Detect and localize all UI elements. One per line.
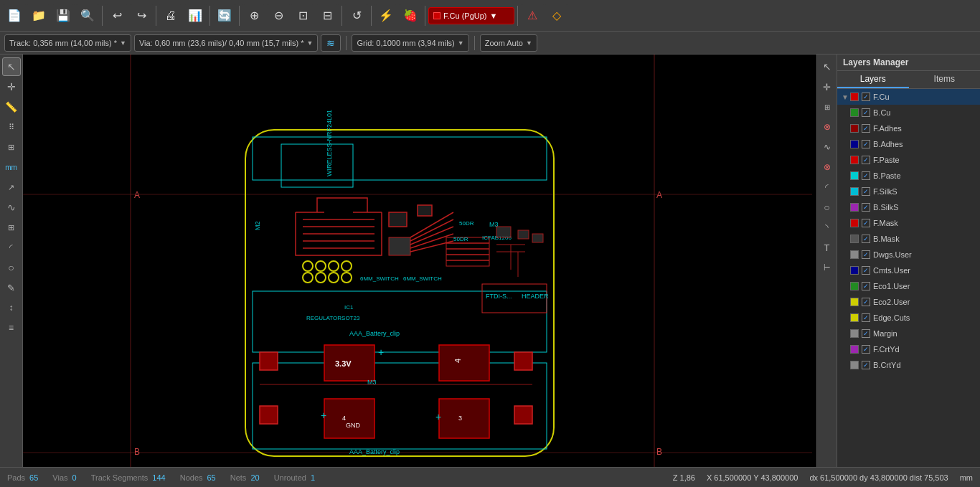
plot-button[interactable]: 📊 <box>184 4 207 27</box>
layer-visibility-checkbox[interactable] <box>862 108 870 117</box>
grid-dots-tool[interactable]: ⠿ <box>2 118 21 136</box>
arc-tool[interactable]: ◜ <box>2 238 21 257</box>
layer-name-text: Dwgs.User <box>873 250 912 259</box>
layer-visibility-checkbox[interactable] <box>862 156 870 164</box>
layer-visibility-checkbox[interactable] <box>862 187 870 196</box>
layer-item[interactable]: Eco2.User <box>837 294 980 310</box>
grid-dropdown-arrow: ▼ <box>458 39 464 47</box>
rt-pointer[interactable]: ↖ <box>818 57 837 76</box>
rt-circle[interactable]: ○ <box>818 198 837 217</box>
pads-value: 65 <box>29 473 38 482</box>
interactive-router-btn[interactable]: ≋ <box>321 34 341 52</box>
layer-item[interactable]: Eco1.User <box>837 278 980 294</box>
layer-item[interactable]: F.Adhes <box>837 120 980 136</box>
via-selector[interactable]: Via: 0,60 mm (23,6 mils)/ 0,40 mm (15,7 … <box>134 34 319 52</box>
track-selector[interactable]: Track: 0,356 mm (14,00 mils) * ▼ <box>4 34 131 52</box>
layer-item[interactable]: Dwgs.User <box>837 247 980 263</box>
layer-visibility-checkbox[interactable] <box>862 93 870 101</box>
tab-layers[interactable]: Layers <box>837 71 909 88</box>
layer-visibility-checkbox[interactable] <box>862 219 870 227</box>
layer-visibility-checkbox[interactable] <box>862 250 870 259</box>
layer-item[interactable]: F.SilkS <box>837 184 980 199</box>
rt-route2[interactable]: ⊗ <box>818 158 837 176</box>
rt-expand[interactable]: ✛ <box>818 77 837 96</box>
zoom-selector[interactable]: Zoom Auto ▼ <box>480 34 537 52</box>
layer-name-text: B.Paste <box>873 171 901 180</box>
component-tool[interactable]: ⊞ <box>2 218 21 237</box>
layer-item[interactable]: B.Adhes <box>837 136 980 152</box>
layer-item[interactable]: Edge.Cuts <box>837 310 980 326</box>
zoom-in-button[interactable]: ⊕ <box>242 4 265 27</box>
layer-visibility-checkbox[interactable] <box>862 298 870 306</box>
layer-visibility-checkbox[interactable] <box>862 203 870 212</box>
rt-route[interactable]: ∿ <box>818 138 837 156</box>
rt-arc2[interactable]: ◝ <box>818 218 837 237</box>
route-track-tool[interactable]: ∿ <box>2 198 21 217</box>
layer-visibility-checkbox[interactable] <box>862 282 870 290</box>
layer-visibility-checkbox[interactable] <box>862 266 870 275</box>
ratsnest-button[interactable]: 🍓 <box>399 4 422 27</box>
zoom-out-button[interactable]: ⊖ <box>267 4 290 27</box>
measure-tool[interactable]: 📏 <box>2 98 21 116</box>
cursor-tool[interactable]: ↖ <box>2 57 21 76</box>
layer-visibility-checkbox[interactable] <box>862 329 870 338</box>
svg-rect-66 <box>514 352 532 370</box>
zoom-area-button[interactable]: ⊟ <box>316 4 339 27</box>
open-button[interactable]: 📁 <box>27 4 50 27</box>
svg-text:+: + <box>435 411 441 422</box>
rt-dim[interactable]: ⊢ <box>818 258 837 277</box>
pcb-canvas-area[interactable]: A B A B WIRELESS-NRF24L01 M2 M3 <box>23 55 816 467</box>
layer-name-text: B.Mask <box>873 235 900 243</box>
new-button[interactable]: 📄 <box>3 4 26 27</box>
layer-selector[interactable]: F.Cu (PgUp) ▼ <box>428 7 514 24</box>
board-setup-button[interactable]: ◇ <box>545 4 568 27</box>
add-tool[interactable]: ✛ <box>2 77 21 96</box>
unit-tool[interactable]: mm <box>2 158 21 176</box>
inspect-button[interactable]: 🔍 <box>76 4 99 27</box>
layer-item[interactable]: F.Paste <box>837 152 980 168</box>
status-bar: Pads 65 Vias 0 Track Segments 144 Nodes … <box>0 467 980 487</box>
layers-list[interactable]: ▼F.CuB.CuF.AdhesB.AdhesF.PasteB.PasteF.S… <box>837 89 980 467</box>
layer-visibility-checkbox[interactable] <box>862 235 870 243</box>
rt-arc[interactable]: ◜ <box>818 178 837 197</box>
reload-button[interactable]: 🔄 <box>213 4 236 27</box>
layer-visibility-checkbox[interactable] <box>862 361 870 369</box>
pad-tool[interactable]: ⊞ <box>2 138 21 156</box>
rt-footprint[interactable]: ⊞ <box>818 98 837 116</box>
layer-visibility-checkbox[interactable] <box>862 313 870 322</box>
layer-item[interactable]: F.Mask <box>837 215 980 231</box>
redo-button[interactable]: ↪ <box>130 4 153 27</box>
track-segments-label: Track Segments <box>91 473 149 482</box>
refresh-button[interactable]: ↺ <box>345 4 368 27</box>
layer-name-text: Cmts.User <box>873 266 910 275</box>
coordinates-display: Z 1,86 X 61,500000 Y 43,800000 dx 61,500… <box>673 473 973 482</box>
rt-text[interactable]: T <box>818 238 837 257</box>
print-button[interactable]: 🖨 <box>159 4 182 27</box>
layer-item[interactable]: Cmts.User <box>837 263 980 278</box>
drc-button[interactable]: ⚠ <box>521 4 544 27</box>
netlist-button[interactable]: ⚡ <box>374 4 397 27</box>
edit-tool[interactable]: ✎ <box>2 278 21 297</box>
undo-button[interactable]: ↩ <box>105 4 128 27</box>
circle-tool[interactable]: ○ <box>2 258 21 277</box>
layer-item[interactable]: B.CrtYd <box>837 357 980 373</box>
save-button[interactable]: 💾 <box>52 4 75 27</box>
rt-drc[interactable]: ⊗ <box>818 118 837 136</box>
layer-item[interactable]: ▼F.Cu <box>837 89 980 105</box>
layer-item[interactable]: B.Cu <box>837 105 980 120</box>
layer-visibility-checkbox[interactable] <box>862 140 870 148</box>
flip-tool[interactable]: ↕ <box>2 298 21 317</box>
grid-selector[interactable]: Grid: 0,1000 mm (3,94 mils) ▼ <box>352 34 468 52</box>
align-tool[interactable]: ≡ <box>2 318 21 337</box>
layer-item[interactable]: B.Paste <box>837 168 980 184</box>
tab-items[interactable]: Items <box>909 71 981 88</box>
layer-item[interactable]: Margin <box>837 326 980 341</box>
select-tool2[interactable]: ↗ <box>2 178 21 197</box>
layer-item[interactable]: B.Mask <box>837 231 980 247</box>
layer-visibility-checkbox[interactable] <box>862 124 870 133</box>
layer-item[interactable]: F.CrtYd <box>837 341 980 357</box>
layer-visibility-checkbox[interactable] <box>862 171 870 180</box>
layer-visibility-checkbox[interactable] <box>862 345 870 354</box>
zoom-fit-button[interactable]: ⊡ <box>291 4 314 27</box>
layer-item[interactable]: B.SilkS <box>837 199 980 215</box>
